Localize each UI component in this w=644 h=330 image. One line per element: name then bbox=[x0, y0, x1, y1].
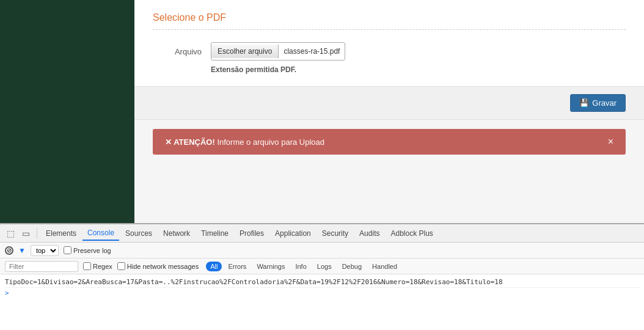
hide-network-label: Hide network messages bbox=[127, 263, 199, 270]
tab-audits[interactable]: Audits bbox=[354, 227, 384, 240]
level-all-btn[interactable]: All bbox=[206, 262, 222, 271]
devtools-toolbar: ⊘ ▼ top Preserve log bbox=[0, 243, 644, 258]
card-title: Selecione o PDF bbox=[153, 12, 626, 30]
no-symbol-icon[interactable]: ⊘ bbox=[5, 246, 13, 255]
tab-console[interactable]: Console bbox=[82, 226, 119, 241]
arquivo-form-group: Arquivo Escolher arquivo classes-ra-15.p… bbox=[153, 42, 626, 61]
devtools-panel: ⬚ ▭ Elements Console Sources Network Tim… bbox=[0, 223, 644, 330]
tab-profiles[interactable]: Profiles bbox=[235, 227, 269, 240]
tab-network[interactable]: Network bbox=[158, 227, 195, 240]
card-title-plain: Selecione bbox=[153, 12, 199, 23]
context-dropdown[interactable]: top bbox=[31, 245, 59, 256]
level-errors-btn[interactable]: Errors bbox=[224, 262, 251, 271]
hint-suffix: . bbox=[295, 65, 296, 74]
gravar-icon: 💾 bbox=[579, 98, 589, 108]
devtools-tabs-bar: ⬚ ▭ Elements Console Sources Network Tim… bbox=[0, 224, 644, 243]
preserve-log-label: Preserve log bbox=[73, 247, 111, 254]
tab-security[interactable]: Security bbox=[317, 227, 353, 240]
preserve-log-input[interactable] bbox=[64, 246, 71, 254]
tab-elements[interactable]: Elements bbox=[41, 227, 81, 240]
action-bar: 💾 Gravar bbox=[134, 87, 644, 120]
file-hint: Extensão permitida PDF. bbox=[211, 65, 626, 74]
regex-label: Regex bbox=[93, 263, 112, 270]
page-area: Selecione o PDF Arquivo Escolher arquivo… bbox=[134, 0, 644, 223]
hide-network-checkbox[interactable]: Hide network messages bbox=[117, 262, 199, 270]
pdf-select-card: Selecione o PDF Arquivo Escolher arquivo… bbox=[134, 0, 644, 87]
alert-text: ✕ ATENÇÃO! Informe o arquivo para Upload bbox=[165, 138, 324, 147]
regex-checkbox[interactable]: Regex bbox=[83, 262, 112, 270]
hint-prefix: Extensão permitida bbox=[211, 65, 280, 74]
console-filter-input[interactable] bbox=[5, 261, 78, 272]
regex-input[interactable] bbox=[83, 262, 91, 270]
level-info-btn[interactable]: Info bbox=[291, 262, 310, 271]
gravar-label: Gravar bbox=[592, 98, 617, 108]
inspect-element-icon[interactable]: ⬚ bbox=[4, 227, 18, 240]
choose-file-button[interactable]: Escolher arquivo bbox=[211, 45, 279, 58]
console-caret[interactable]: > bbox=[5, 288, 639, 298]
devtools-filter-bar: Regex Hide network messages All Errors W… bbox=[0, 258, 644, 274]
file-input-wrapper: Escolher arquivo classes-ra-15.pdf bbox=[211, 42, 345, 61]
tab-timeline[interactable]: Timeline bbox=[196, 227, 233, 240]
log-level-group: All Errors Warnings Info Logs Debug Hand… bbox=[206, 262, 401, 271]
level-handled-btn[interactable]: Handled bbox=[368, 262, 401, 271]
tab-application[interactable]: Application bbox=[270, 227, 316, 240]
context-selector: top bbox=[31, 245, 59, 256]
sidebar bbox=[0, 0, 134, 223]
console-output: TipoDoc=1&Divisao=2&AreaBusca=17&Pasta=.… bbox=[0, 274, 644, 330]
level-logs-btn[interactable]: Logs bbox=[313, 262, 336, 271]
hint-ext: PDF bbox=[280, 65, 295, 74]
card-title-highlight: o PDF bbox=[199, 12, 226, 23]
file-name-display: classes-ra-15.pdf bbox=[284, 47, 340, 56]
alert-bold: ✕ ATENÇÃO! bbox=[165, 138, 215, 147]
preserve-log-checkbox[interactable]: Preserve log bbox=[64, 246, 111, 254]
device-mode-icon[interactable]: ▭ bbox=[19, 227, 33, 240]
console-log-line: TipoDoc=1&Divisao=2&AreaBusca=17&Pasta=.… bbox=[5, 277, 639, 288]
filter-icon[interactable]: ▼ bbox=[18, 246, 26, 255]
alert-close-button[interactable]: × bbox=[608, 136, 613, 147]
tab-adblock[interactable]: Adblock Plus bbox=[386, 227, 437, 240]
level-debug-btn[interactable]: Debug bbox=[338, 262, 366, 271]
gravar-button[interactable]: 💾 Gravar bbox=[570, 94, 626, 112]
alert-danger: ✕ ATENÇÃO! Informe o arquivo para Upload… bbox=[153, 129, 626, 155]
tab-sources[interactable]: Sources bbox=[120, 227, 157, 240]
arquivo-label: Arquivo bbox=[153, 47, 202, 56]
level-warnings-btn[interactable]: Warnings bbox=[252, 262, 289, 271]
hide-network-input[interactable] bbox=[117, 262, 125, 270]
tab-separator bbox=[37, 228, 37, 239]
alert-message: Informe o arquivo para Upload bbox=[215, 138, 324, 147]
